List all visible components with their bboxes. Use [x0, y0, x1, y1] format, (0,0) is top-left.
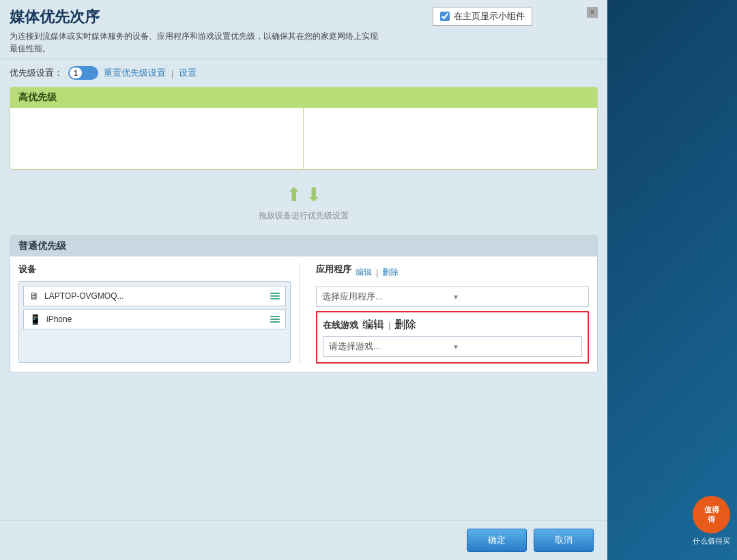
dialog-subtitle: 为连接到流媒体或实时媒体服务的设备、应用程序和游戏设置优先级，以确保其在您的家庭… — [10, 30, 378, 55]
drag-arrows: ⬆ ⬇ — [286, 183, 321, 206]
app-delete-link[interactable]: 删除 — [382, 267, 399, 278]
device-col-label: 设备 — [18, 263, 291, 276]
separator3: | — [388, 320, 390, 330]
dialog-footer: 确定 取消 — [0, 520, 607, 560]
device-list: 🖥 LAPTOP-OVGMOQ... 📱 iPhone — [18, 281, 291, 363]
watermark-text: 什么值得买 — [693, 536, 730, 546]
arrow-down-icon: ⬇ — [306, 183, 321, 206]
app-dropdown-label: 选择应用程序... — [322, 291, 452, 303]
game-dropdown[interactable]: 请选择游戏... ▼ — [323, 336, 582, 357]
game-edit-link[interactable]: 编辑 — [362, 318, 384, 332]
app-edit-link[interactable]: 编辑 — [356, 267, 372, 278]
game-delete-link[interactable]: 删除 — [394, 318, 416, 332]
header-right: 在主页显示小组件 — [433, 7, 532, 26]
show-widget-checkbox[interactable] — [440, 12, 450, 21]
iphone-name: iPhone — [46, 314, 265, 324]
online-game-label: 在线游戏 — [323, 319, 358, 331]
device-item-laptop[interactable]: 🖥 LAPTOP-OVGMOQ... — [23, 286, 286, 306]
cancel-button[interactable]: 取消 — [534, 529, 594, 552]
separator2: | — [376, 267, 378, 278]
close-button[interactable]: × — [587, 7, 598, 18]
online-game-section: 在线游戏 编辑 | 删除 请选择游戏... ▼ — [316, 311, 589, 364]
high-priority-left — [10, 108, 304, 169]
game-dropdown-arrow-icon: ▼ — [452, 343, 576, 351]
drag-area: ⬆ ⬇ 拖放设备进行优先级设置 — [10, 177, 598, 229]
high-priority-header: 高优先级 — [10, 87, 597, 108]
normal-priority-header: 普通优先级 — [10, 236, 597, 256]
normal-section-body: 设备 🖥 LAPTOP-OVGMOQ... — [10, 256, 597, 372]
reset-priority-link[interactable]: 重置优先级设置 — [104, 67, 166, 79]
priority-label: 优先级设置： — [10, 67, 63, 79]
high-priority-right — [304, 108, 597, 169]
watermark-logo: 值得得 — [693, 496, 730, 533]
drag-text: 拖放设备进行优先级设置 — [259, 210, 349, 222]
app-label-row: 应用程序 编辑 | 删除 — [316, 263, 589, 281]
main-dialog: 媒体优先次序 为连接到流媒体或实时媒体服务的设备、应用程序和游戏设置优先级，以确… — [0, 0, 607, 560]
phone-icon: 📱 — [29, 314, 41, 325]
show-widget-checkbox-label[interactable]: 在主页显示小组件 — [433, 7, 532, 26]
devices-column: 设备 🖥 LAPTOP-OVGMOQ... — [18, 263, 300, 364]
game-dropdown-label: 请选择游戏... — [329, 340, 452, 353]
online-game-label-row: 在线游戏 编辑 | 删除 — [323, 318, 582, 332]
high-priority-grid — [10, 108, 597, 169]
confirm-button[interactable]: 确定 — [467, 529, 527, 552]
app-dropdown-arrow-icon: ▼ — [452, 293, 583, 301]
laptop-name: LAPTOP-OVGMOQ... — [44, 291, 265, 301]
dialog-body: 优先级设置： 重置优先级设置 | 设置 高优先级 ⬆ ⬇ 拖放设备进行优先级设置… — [0, 59, 607, 520]
iphone-menu-icon[interactable] — [270, 316, 280, 323]
laptop-icon: 🖥 — [29, 291, 39, 301]
priority-toggle[interactable] — [68, 66, 98, 80]
right-column: 应用程序 编辑 | 删除 选择应用程序... ▼ 在线游戏 编辑 — [308, 263, 589, 364]
separator1: | — [171, 68, 173, 78]
settings-link[interactable]: 设置 — [179, 67, 197, 79]
dialog-titlebar: 媒体优先次序 为连接到流媒体或实时媒体服务的设备、应用程序和游戏设置优先级，以确… — [0, 0, 607, 59]
normal-priority-section: 普通优先级 设备 🖥 LAPTOP-OVGMOQ... — [10, 235, 598, 372]
app-col-label: 应用程序 — [316, 263, 351, 276]
laptop-menu-icon[interactable] — [270, 293, 280, 299]
dialog-title: 媒体优先次序 — [10, 7, 378, 27]
high-priority-section: 高优先级 — [10, 87, 598, 170]
watermark: 值得得 什么值得买 — [693, 496, 730, 546]
priority-settings-row: 优先级设置： 重置优先级设置 | 设置 — [10, 66, 598, 80]
title-area: 媒体优先次序 为连接到流媒体或实时媒体服务的设备、应用程序和游戏设置优先级，以确… — [10, 7, 378, 55]
app-dropdown[interactable]: 选择应用程序... ▼ — [316, 286, 589, 307]
device-item-iphone[interactable]: 📱 iPhone — [23, 309, 286, 329]
show-widget-label: 在主页显示小组件 — [454, 10, 525, 23]
arrow-up-icon: ⬆ — [286, 183, 302, 206]
